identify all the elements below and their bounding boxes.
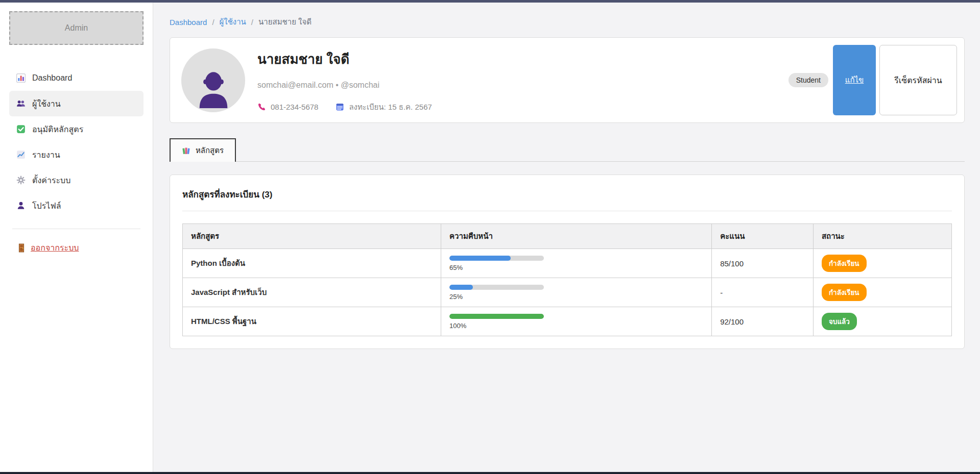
table-row: JavaScript สำหรับเว็บ 25% - กำลังเรียน xyxy=(183,278,952,307)
courses-card: หลักสูตรที่ลงทะเบียน (3) หลักสูตร ความคื… xyxy=(170,174,965,349)
sidebar-item-reports[interactable]: รายงาน xyxy=(9,142,144,167)
table-row: Python เบื้องต้น 65% 85/100 กำลังเรียน xyxy=(183,249,952,278)
progress-bar xyxy=(449,314,544,319)
status-cell: จบแล้ว xyxy=(813,307,951,336)
profile-info: นายสมชาย ใจดี somchai@email.com • @somch… xyxy=(257,47,788,113)
app-frame: Admin Dashboard ผู้ใช้งาน xyxy=(0,0,980,474)
score-cell: 92/100 xyxy=(712,307,814,336)
column-header-score: คะแนน xyxy=(712,224,814,249)
admin-logo: Admin xyxy=(9,11,144,45)
profile-actions: Student แก้ไข รีเซ็ตรหัสผ่าน xyxy=(788,45,958,115)
main-content: Dashboard / ผู้ใช้งาน / นายสมชาย ใจดี นา… xyxy=(153,3,980,472)
profile-phone: 081-234-5678 xyxy=(271,103,318,111)
column-header-course: หลักสูตร xyxy=(183,224,441,249)
table-header-row: หลักสูตร ความคืบหน้า คะแนน สถานะ xyxy=(183,224,952,249)
sidebar-item-profile[interactable]: โปรไฟล์ xyxy=(9,193,144,218)
course-name-cell: JavaScript สำหรับเว็บ xyxy=(183,278,441,307)
person-icon xyxy=(16,201,26,210)
progress-cell: 25% xyxy=(441,278,712,307)
sidebar-item-settings[interactable]: ตั้งค่าระบบ xyxy=(9,167,144,193)
progress-bar-fill xyxy=(449,314,544,319)
progress-bar-fill xyxy=(449,256,511,261)
breadcrumb-link-users[interactable]: ผู้ใช้งาน xyxy=(220,16,246,28)
sidebar-item-approve-courses[interactable]: อนุมัติหลักสูตร xyxy=(9,116,144,142)
courses-section-title: หลักสูตรที่ลงทะเบียน (3) xyxy=(182,187,952,201)
status-badge: กำลังเรียน xyxy=(822,255,867,272)
calendar-icon xyxy=(336,103,344,111)
tab-strip: หลักสูตร xyxy=(170,138,965,162)
table-row: HTML/CSS พื้นฐาน 100% 92/100 จบแล้ว xyxy=(183,307,952,336)
reset-password-label: รีเซ็ตรหัสผ่าน xyxy=(894,76,942,85)
score-cell: - xyxy=(712,278,814,307)
progress-label: 100% xyxy=(449,322,703,330)
sidebar: Admin Dashboard ผู้ใช้งาน xyxy=(0,3,153,472)
breadcrumb-separator: / xyxy=(212,18,214,27)
role-badge: Student xyxy=(788,73,828,87)
progress-label: 25% xyxy=(449,293,703,301)
logout-link[interactable]: ออกจากระบบ xyxy=(17,241,79,254)
sidebar-divider xyxy=(12,229,140,229)
sidebar-item-dashboard[interactable]: Dashboard xyxy=(9,65,144,91)
profile-registered-group: ลงทะเบียน: 15 ธ.ค. 2567 xyxy=(336,101,432,113)
progress-cell: 65% xyxy=(441,249,712,278)
avatar xyxy=(181,48,245,112)
breadcrumb-separator: / xyxy=(251,18,253,27)
gear-icon xyxy=(16,176,26,185)
users-icon xyxy=(16,99,26,108)
column-header-status: สถานะ xyxy=(813,224,951,249)
status-badge: จบแล้ว xyxy=(822,313,857,330)
score-cell: 85/100 xyxy=(712,249,814,278)
check-icon xyxy=(16,124,26,134)
status-cell: กำลังเรียน xyxy=(813,249,951,278)
profile-meta-row: 081-234-5678 ลงทะเบียน: 15 ธ.ค. 2567 xyxy=(257,101,788,113)
status-cell: กำลังเรียน xyxy=(813,278,951,307)
app-body: Admin Dashboard ผู้ใช้งาน xyxy=(0,3,980,472)
edit-button[interactable]: แก้ไข xyxy=(833,45,876,115)
profile-email: somchai@email.com • @somchai xyxy=(257,81,788,90)
phone-icon xyxy=(257,103,266,111)
chart-trend-icon xyxy=(16,150,26,159)
door-icon xyxy=(17,243,26,253)
breadcrumb: Dashboard / ผู้ใช้งาน / นายสมชาย ใจดี xyxy=(170,16,965,28)
column-header-progress: ความคืบหน้า xyxy=(441,224,712,249)
progress-bar xyxy=(449,285,544,290)
bottom-accent-bar xyxy=(0,472,980,474)
progress-bar xyxy=(449,256,544,261)
profile-name: นายสมชาย ใจดี xyxy=(257,48,788,69)
tab-courses[interactable]: หลักสูตร xyxy=(170,138,236,162)
profile-card: นายสมชาย ใจดี somchai@email.com • @somch… xyxy=(170,37,965,123)
sidebar-item-label: Dashboard xyxy=(32,73,72,83)
tab-courses-label: หลักสูตร xyxy=(196,144,224,157)
logout-label: ออกจากระบบ xyxy=(31,241,79,254)
profile-registered: ลงทะเบียน: 15 ธ.ค. 2567 xyxy=(349,101,432,113)
breadcrumb-link-dashboard[interactable]: Dashboard xyxy=(170,18,207,27)
sidebar-item-label: อนุมัติหลักสูตร xyxy=(32,123,83,136)
sidebar-nav: Dashboard ผู้ใช้งาน อนุมัติหลักสูตร xyxy=(9,65,144,218)
reset-password-button[interactable]: รีเซ็ตรหัสผ่าน xyxy=(879,45,957,115)
section-divider xyxy=(182,211,952,211)
sidebar-item-label: ผู้ใช้งาน xyxy=(32,97,61,110)
profile-phone-group: 081-234-5678 xyxy=(257,103,318,111)
progress-cell: 100% xyxy=(441,307,712,336)
sidebar-item-users[interactable]: ผู้ใช้งาน xyxy=(9,91,144,116)
sidebar-item-label: รายงาน xyxy=(32,148,60,161)
breadcrumb-current: นายสมชาย ใจดี xyxy=(258,16,312,28)
books-icon xyxy=(182,146,190,155)
course-name-cell: Python เบื้องต้น xyxy=(183,249,441,278)
status-badge: กำลังเรียน xyxy=(822,284,867,301)
progress-bar-fill xyxy=(449,285,473,290)
progress-label: 65% xyxy=(449,264,703,271)
sidebar-item-label: ตั้งค่าระบบ xyxy=(32,174,70,187)
admin-logo-label: Admin xyxy=(65,23,88,33)
course-name-cell: HTML/CSS พื้นฐาน xyxy=(183,307,441,336)
courses-table: หลักสูตร ความคืบหน้า คะแนน สถานะ Python … xyxy=(182,223,952,336)
edit-button-label: แก้ไข xyxy=(845,76,864,84)
dashboard-icon xyxy=(16,73,26,83)
sidebar-item-label: โปรไฟล์ xyxy=(32,199,61,212)
